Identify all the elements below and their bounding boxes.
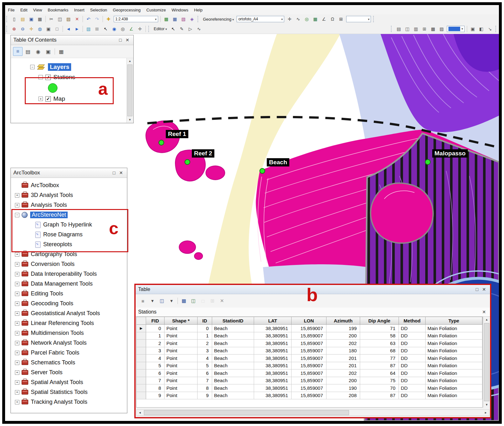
raster-swipe-icon[interactable]: ◫ — [403, 25, 411, 33]
fixed-zoom-out-icon[interactable]: □ — [53, 25, 61, 33]
rotate-raster-icon[interactable]: ∿ — [294, 15, 302, 23]
copy-icon[interactable]: ◫ — [56, 15, 64, 23]
table-row-9[interactable]: 9Point9Beach38,38095115,85900720887DDMai… — [137, 392, 482, 400]
toolbox-item-conversion-tools[interactable]: +Conversion Tools — [11, 259, 127, 269]
classify-icon[interactable]: ▩ — [429, 25, 437, 33]
expand-icon[interactable]: + — [15, 321, 19, 326]
clear-selection-icon[interactable]: ⊠ — [93, 25, 101, 33]
table-row-3[interactable]: 3Point3Beach38,38095115,85900718068DDMai… — [137, 347, 482, 355]
toolbox-item-multidimension-tools[interactable]: +Multidimension Tools — [11, 328, 127, 338]
identify-icon[interactable]: ◉ — [110, 25, 118, 33]
fixed-zoom-in-icon[interactable]: ▣ — [44, 25, 52, 33]
cell-size-combo[interactable]: ▾ — [346, 16, 371, 22]
column-header-azimuth[interactable]: Azimuth — [326, 317, 360, 325]
menu-customize[interactable]: Customize — [144, 7, 169, 13]
open-folder-icon[interactable]: ▤ — [19, 15, 27, 23]
histogram-icon[interactable]: ▥ — [412, 25, 420, 33]
undo-icon[interactable]: ↶ — [84, 15, 92, 23]
zoom-to-selected-icon[interactable]: ⊞ — [208, 297, 217, 305]
swipe-layer-icon[interactable]: ◧ — [477, 25, 485, 33]
print-icon[interactable]: ▦ — [36, 15, 44, 23]
scrollbar-thumb[interactable] — [127, 64, 132, 116]
map-scale-combo[interactable]: 1:2.438▾ — [114, 16, 158, 22]
link-table-icon[interactable]: ▦ — [311, 15, 319, 23]
menu-view[interactable]: View — [30, 7, 45, 13]
close-table-icon[interactable]: ✕ — [480, 309, 487, 314]
select-features-icon[interactable]: ▧ — [84, 25, 92, 33]
omega-icon[interactable]: Ω — [328, 15, 336, 23]
forward-extent-icon[interactable]: ► — [73, 25, 81, 33]
menu-edit[interactable]: Edit — [17, 7, 30, 13]
stations-visibility-checkbox[interactable]: ✓ — [45, 75, 51, 80]
pixel-grid-icon[interactable]: ⊞ — [420, 25, 428, 33]
toolbox-item-network-analyst-tools[interactable]: +Network Analyst Tools — [11, 338, 127, 348]
row-selector[interactable]: ▶ — [137, 325, 146, 332]
edit-arrow-icon[interactable]: ↖ — [169, 25, 177, 33]
full-extent-icon[interactable]: ◍ — [36, 25, 44, 33]
row-selector[interactable] — [137, 332, 146, 340]
expand-icon[interactable]: + — [15, 361, 19, 365]
expand-icon[interactable]: + — [15, 370, 19, 375]
expand-icon[interactable]: + — [15, 282, 19, 286]
toolbox-item-spatial-analyst-tools[interactable]: +Spatial Analyst Tools — [11, 377, 127, 387]
sketch-tool-icon[interactable]: ✎ — [178, 25, 186, 33]
toolbar-grip[interactable] — [198, 16, 200, 22]
toolbox-item-arctoolbox[interactable]: ArcToolbox — [11, 180, 127, 190]
collapse-icon[interactable]: − — [38, 75, 43, 79]
image-analysis-icon[interactable]: ▤ — [395, 25, 403, 33]
toolbox-item-spatial-statistics-tools[interactable]: +Spatial Statistics Tools — [11, 387, 127, 397]
pan-icon[interactable]: ✛ — [27, 25, 35, 33]
switch-selection-icon[interactable]: ◫ — [189, 297, 198, 305]
toolbar-grip[interactable] — [495, 26, 498, 32]
select-elements-icon[interactable]: ↖ — [102, 25, 110, 33]
menu-windows[interactable]: Windows — [169, 7, 191, 13]
table-row-1[interactable]: 1Point1Beach38,38095115,85900720058DDMai… — [137, 332, 482, 340]
toolbar-grip[interactable] — [6, 16, 9, 22]
maximize-button[interactable]: □ — [111, 170, 118, 175]
expand-icon[interactable]: + — [15, 262, 19, 267]
toolbar-grip[interactable] — [391, 26, 393, 32]
tool-stereoplots[interactable]: Stereoplots — [11, 240, 127, 249]
menu-bookmarks[interactable]: Bookmarks — [45, 7, 71, 13]
scroll-up-icon[interactable]: ▲ — [485, 317, 488, 322]
column-header-lon[interactable]: LON — [292, 317, 326, 325]
expand-icon[interactable]: + — [15, 272, 19, 276]
table-options-icon[interactable]: ≡ — [138, 297, 147, 305]
layer-list-icon[interactable]: ▣ — [469, 25, 477, 33]
related-tables-caret-icon[interactable]: ▾ — [167, 297, 176, 305]
map-visibility-checkbox[interactable]: ✓ — [45, 96, 51, 102]
expand-icon[interactable]: + — [15, 252, 19, 257]
zoom-out-icon[interactable]: ⊖ — [19, 25, 27, 33]
add-data-icon[interactable]: ✚ — [104, 15, 112, 23]
zoom-in-icon[interactable]: ⊕ — [10, 25, 18, 33]
clear-selection-icon[interactable]: □ — [198, 297, 207, 305]
table-row-2[interactable]: 2Point2Beach38,38095115,85900720263DDMai… — [137, 340, 482, 347]
table-row-6[interactable]: 6Point6Beach38,38095115,85900720264DDMai… — [137, 369, 482, 377]
collapse-icon[interactable]: − — [30, 65, 35, 69]
table-row-4[interactable]: 4Point4Beach38,38095115,85900720177DDMai… — [137, 355, 482, 362]
menu-file[interactable]: File — [5, 7, 17, 13]
close-button[interactable]: ✕ — [124, 37, 131, 43]
row-selector[interactable] — [137, 392, 146, 400]
toolbox-item-analysis-tools[interactable]: +Analysis Tools — [11, 200, 127, 210]
shift-raster-icon[interactable]: ✛ — [286, 15, 293, 23]
toc-layers-row[interactable]: − Layers — [11, 62, 127, 72]
collapse-icon[interactable]: − — [15, 213, 19, 217]
row-selector[interactable] — [137, 362, 146, 370]
toolbar-grip[interactable] — [148, 26, 151, 32]
related-tables-icon[interactable]: ◫ — [158, 297, 166, 305]
chart-window-icon[interactable]: ▧ — [179, 15, 187, 23]
maximize-button[interactable]: □ — [117, 37, 124, 43]
toolbox-item-linear-referencing-tools[interactable]: +Linear Referencing Tools — [11, 318, 127, 328]
row-selector[interactable] — [137, 369, 146, 377]
cut-icon[interactable]: ✂ — [47, 15, 55, 23]
find-icon[interactable]: ◎ — [119, 25, 127, 33]
expand-icon[interactable]: + — [15, 351, 19, 355]
go-to-xy-icon[interactable]: ✛ — [136, 25, 144, 33]
table-window-icon[interactable]: ▦ — [171, 15, 179, 23]
toolbox-item-geostatistical-analyst-tools[interactable]: +Geostatistical Analyst Tools — [11, 308, 127, 318]
menu-selection[interactable]: Selection — [87, 7, 110, 13]
column-header-shape[interactable]: Shape * — [165, 317, 198, 325]
reshape-tool-icon[interactable]: ∿ — [195, 25, 203, 33]
export-raster-icon[interactable]: ↘ — [486, 25, 494, 33]
